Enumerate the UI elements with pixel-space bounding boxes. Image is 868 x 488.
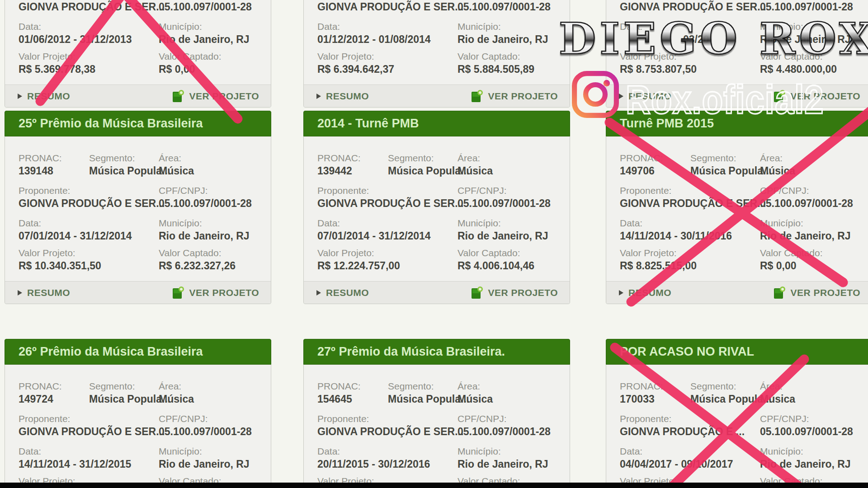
field-proponente: Proponente:GIONVA PRODUÇÃO E SER... xyxy=(317,184,463,211)
field-valor-captado: Valor Captado:R$ 6.232.327,26 xyxy=(159,247,236,273)
field-municipio: Município:Rio de Janeiro, RJ xyxy=(760,445,851,471)
field-area: Área:Música xyxy=(458,380,493,406)
field-cpf: CPF/CNPJ:05.100.097/0001-28 xyxy=(159,184,252,211)
ver-projeto-link[interactable]: VER PROJETO xyxy=(172,286,259,300)
card-title: 25º Prêmio da Música Brasileira xyxy=(5,111,271,136)
document-icon xyxy=(172,89,184,103)
project-card: Turnê PMB 2015 PRONAC:149706 Segmento:Mú… xyxy=(606,111,868,304)
field-cpf: CPF/CNPJ:05.100.097/0001-28 xyxy=(760,413,853,439)
instagram-handle: Rox.oficial2 xyxy=(626,76,824,122)
field-municipio: Município:Rio de Janeiro, RJ xyxy=(458,445,548,471)
field-proponente: Proponente:GIONVA PRODUÇÃO E SER... xyxy=(19,184,165,211)
project-card: 26º Prêmio da Música Brasileira PRONAC:1… xyxy=(5,339,271,488)
project-card: 2014 - Turnê PMB PRONAC:139442 Segmento:… xyxy=(303,111,570,304)
field-proponente: Proponente:GIONVA PRODUÇÃO E SER... xyxy=(19,413,165,439)
field-data: Data:20/11/2015 - 30/12/2016 xyxy=(317,445,430,471)
card-footer: RESUMO VER PROJETO xyxy=(5,281,271,304)
ver-projeto-link[interactable]: VER PROJETO xyxy=(773,286,861,300)
card-title: 27º Prêmio da Música Brasileira. xyxy=(303,339,570,365)
bottom-letterbox-bar xyxy=(0,483,868,488)
field-valor-captado: Valor Captado:R$ 5.884.505,89 xyxy=(458,50,534,76)
field-data: Data:01/12/2012 - 01/08/2014 xyxy=(317,20,431,47)
field-proponente: Proponente:GIONVA PRODUÇÃO E SER... xyxy=(19,0,165,14)
card-title: 2014 - Turnê PMB xyxy=(303,111,570,136)
field-pronac: PRONAC:139148 xyxy=(19,152,62,178)
card-footer: RESUMO VER PROJETO xyxy=(304,84,570,107)
field-municipio: Município:Rio de Janeiro, RJ xyxy=(159,217,250,243)
field-area: Área:Música xyxy=(159,152,194,178)
field-valor-projeto: Valor Projeto:R$ 12.224.757,00 xyxy=(317,247,400,273)
document-icon xyxy=(172,286,184,300)
field-municipio: Município:Rio de Janeiro, RJ xyxy=(458,217,548,243)
field-valor-projeto: Valor Projeto:R$ 8.825.515,00 xyxy=(620,247,697,273)
projects-grid-page: PRONAC: Segmento: Área: Proponente:GIONV… xyxy=(0,0,868,488)
field-valor-projeto: Valor Projeto:R$ 5.369.778,38 xyxy=(19,50,95,76)
card-footer: RESUMO VER PROJETO xyxy=(304,281,570,304)
field-cpf: CPF/CNPJ:05.100.097/0001-28 xyxy=(159,0,252,14)
field-data: Data:04/04/2017 - 09/10/2017 xyxy=(620,445,733,471)
field-valor-captado: Valor Captado:R$ 0,00 xyxy=(159,50,222,76)
field-data: Data:14/11/2014 - 30/11/2016 xyxy=(620,217,732,243)
card-title: POR ACASO NO RIVAL xyxy=(606,339,868,365)
card-title: 26º Prêmio da Música Brasileira xyxy=(5,339,271,365)
field-cpf: CPF/CNPJ:05.100.097/0001-28 xyxy=(458,184,551,211)
triangle-right-icon xyxy=(316,290,321,296)
ver-projeto-link[interactable]: VER PROJETO xyxy=(471,89,558,103)
resumo-link[interactable]: RESUMO xyxy=(619,287,671,298)
project-card: PRONAC: Segmento: Área: Proponente:GIONV… xyxy=(5,0,271,108)
document-icon xyxy=(773,286,786,300)
field-valor-projeto: Valor Projeto:R$ 10.340.351,50 xyxy=(19,247,101,273)
field-data: Data:14/11/2014 - 31/12/2015 xyxy=(19,445,131,471)
project-card: POR ACASO NO RIVAL PRONAC:170033 Segment… xyxy=(606,339,868,488)
diego-rox-watermark: DIEGO ROX xyxy=(559,14,868,64)
project-card: 25º Prêmio da Música Brasileira PRONAC:1… xyxy=(5,111,271,304)
ver-projeto-link[interactable]: VER PROJETO xyxy=(172,89,259,103)
field-cpf: CPF/CNPJ:05.100.097/0001-28 xyxy=(760,184,853,211)
field-valor-projeto: Valor Projeto:R$ 6.394.642,37 xyxy=(317,50,394,76)
resumo-link[interactable]: RESUMO xyxy=(18,91,70,102)
field-valor-captado: Valor Captado:R$ 0,00 xyxy=(760,247,823,273)
triangle-right-icon xyxy=(316,94,321,99)
project-card: 27º Prêmio da Música Brasileira. PRONAC:… xyxy=(303,339,570,488)
field-proponente: Proponente:GIONVA PRODUÇÃO E SER... xyxy=(620,184,766,211)
field-cpf: CPF/CNPJ:05.100.097/0001-28 xyxy=(159,413,252,439)
field-data: Data:07/01/2014 - 31/12/2014 xyxy=(19,217,132,243)
triangle-right-icon xyxy=(18,94,22,99)
field-pronac: PRONAC:139442 xyxy=(317,152,361,178)
field-area: Área:Música xyxy=(760,152,795,178)
project-card: PRONAC: Segmento: Área: Proponente:GIONV… xyxy=(303,0,570,108)
field-pronac: PRONAC:149724 xyxy=(19,380,62,406)
document-icon xyxy=(471,89,483,103)
resumo-link[interactable]: RESUMO xyxy=(316,287,369,298)
field-valor-captado: Valor Captado:R$ 4.006.104,46 xyxy=(458,247,534,273)
field-pronac: PRONAC:149706 xyxy=(620,152,663,178)
field-municipio: Município:Rio de Janeiro, RJ xyxy=(159,445,250,471)
triangle-right-icon xyxy=(619,290,623,296)
card-footer: RESUMO VER PROJETO xyxy=(606,281,868,304)
field-data: Data:07/01/2014 - 31/12/2014 xyxy=(317,217,431,243)
field-area: Área:Música xyxy=(760,380,795,406)
field-area: Área:Música xyxy=(159,380,194,406)
field-cpf: CPF/CNPJ:05.100.097/0001-28 xyxy=(458,413,551,439)
field-proponente: Proponente:GIONVA PRODUÇÃO E SER... xyxy=(317,0,463,14)
card-footer: RESUMO VER PROJETO xyxy=(5,84,271,107)
resumo-link[interactable]: RESUMO xyxy=(18,287,70,298)
field-pronac: PRONAC:170033 xyxy=(620,380,663,406)
field-area: Área:Música xyxy=(458,152,493,178)
field-proponente: Proponente:GIONVA PRODUÇÃO E SER... xyxy=(620,0,766,14)
field-municipio: Município:Rio de Janeiro, RJ xyxy=(760,217,851,243)
field-data: Data:01/06/2012 - 31/12/2013 xyxy=(19,20,132,47)
field-municipio: Município:Rio de Janeiro, RJ xyxy=(159,20,250,47)
resumo-link[interactable]: RESUMO xyxy=(316,91,369,102)
ver-projeto-link[interactable]: VER PROJETO xyxy=(471,286,558,300)
document-icon xyxy=(471,286,483,300)
field-pronac: PRONAC:154645 xyxy=(317,380,361,406)
triangle-right-icon xyxy=(18,290,22,296)
field-cpf: CPF/CNPJ:05.100.097/0001-28 xyxy=(760,0,853,14)
field-municipio: Município:Rio de Janeiro, RJ xyxy=(458,20,548,47)
instagram-icon xyxy=(571,70,620,119)
field-cpf: CPF/CNPJ:05.100.097/0001-28 xyxy=(458,0,551,14)
field-proponente: Proponente:GIONVA PRODUÇÃO E ... xyxy=(620,413,745,439)
field-proponente: Proponente:GIONVA PRODUÇÃO E SER... xyxy=(317,413,463,439)
